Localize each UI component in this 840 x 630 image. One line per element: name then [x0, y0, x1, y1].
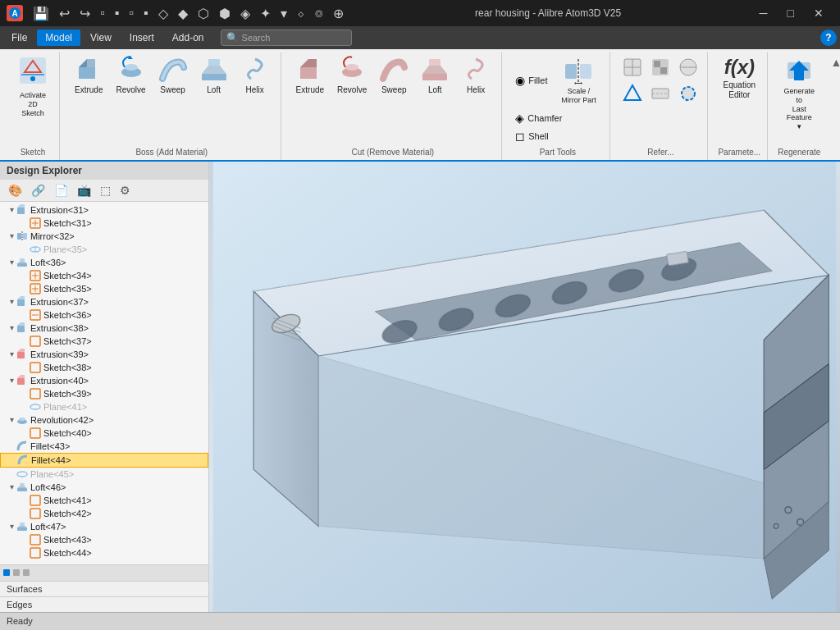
reference-btn1[interactable] — [620, 56, 645, 79]
generate-last-feature-button[interactable]: Generate toLast Feature ▼ — [778, 52, 820, 135]
tree-item-sketch37[interactable]: Sketch<37> — [0, 335, 208, 348]
tree-item-extrusion39[interactable]: ▾ Extrusion<39> — [0, 348, 208, 361]
de-view-icon[interactable]: 📺 — [74, 182, 94, 199]
toggle-extrusion31[interactable]: ▾ — [7, 205, 16, 214]
equation-editor-button[interactable]: f(x) EquationEditor — [719, 52, 760, 103]
menu-model[interactable]: Model — [37, 30, 80, 46]
toggle-extrusion40[interactable]: ▾ — [7, 376, 16, 385]
tb-icon7[interactable]: ⬡ — [194, 4, 212, 23]
tb-icon2[interactable]: ▪ — [112, 4, 123, 22]
cut-revolve-button[interactable]: Revolve — [332, 52, 372, 98]
close-button[interactable]: ✕ — [804, 3, 833, 23]
tree-item-plane45[interactable]: Plane<45> — [0, 468, 208, 481]
toggle-extrusion39[interactable]: ▾ — [7, 349, 16, 358]
help-button[interactable]: ? — [820, 30, 837, 46]
activate-2d-sketch-button[interactable]: Activate2D Sketch — [13, 52, 52, 121]
tree-item-fillet43[interactable]: Fillet<43> — [0, 440, 208, 453]
menu-file[interactable]: File — [3, 30, 35, 46]
tree-item-loft46[interactable]: ▾ Loft<46> — [0, 481, 208, 494]
tb-icon10[interactable]: ✦ — [257, 4, 274, 23]
tree-item-sketch39[interactable]: Sketch<39> — [0, 387, 208, 400]
reference-btn3[interactable] — [676, 56, 701, 79]
reference-btn5[interactable] — [648, 82, 673, 105]
menu-insert[interactable]: Insert — [121, 30, 162, 46]
tree-item-sketch35[interactable]: Sketch<35> — [0, 282, 208, 295]
toggle-extrusion38[interactable]: ▾ — [7, 323, 16, 332]
cut-sweep-button[interactable]: Sweep — [375, 52, 413, 98]
boss-loft-button[interactable]: Loft — [195, 52, 233, 98]
tb-icon3[interactable]: ▫ — [126, 4, 137, 22]
toggle-mirror32[interactable]: ▾ — [7, 231, 16, 240]
tb-dropdown[interactable]: ▾ — [277, 4, 290, 23]
de-copy-icon[interactable]: 📄 — [51, 182, 71, 199]
tree-item-sketch42[interactable]: Sketch<42> — [0, 507, 208, 520]
edges-item[interactable]: Edges — [0, 596, 208, 612]
boss-sweep-button[interactable]: Sweep — [154, 52, 192, 98]
tb-icon8[interactable]: ⬢ — [216, 4, 234, 23]
cut-extrude-button[interactable]: Extrude — [291, 52, 329, 98]
tb-icon5[interactable]: ◇ — [155, 4, 171, 23]
shell-button[interactable]: ◻ Shell — [512, 128, 551, 144]
reference-btn2[interactable] — [648, 56, 673, 79]
save-icon[interactable]: 💾 — [30, 4, 52, 23]
chamfer-button[interactable]: ◈ Chamfer — [512, 110, 565, 126]
tb-icon13[interactable]: ⊕ — [330, 4, 347, 23]
tree-item-sketch44[interactable]: Sketch<44> — [0, 546, 208, 559]
redo-icon[interactable]: ↪ — [76, 4, 94, 23]
menu-addon[interactable]: Add-on — [164, 30, 212, 46]
minimize-button[interactable]: ─ — [750, 3, 778, 23]
tb-icon12[interactable]: ⌾ — [312, 4, 326, 22]
tree-item-extrusion38[interactable]: ▾ Extrusion<38> — [0, 322, 208, 335]
tree-item-plane35[interactable]: Plane<35> — [0, 243, 208, 256]
fillet-button[interactable]: ◉ Fillet — [512, 72, 550, 89]
tree-item-extrusion37[interactable]: ▾ Extrusion<37> — [0, 295, 208, 308]
tree-item-sketch43[interactable]: Sketch<43> — [0, 533, 208, 546]
boss-revolve-button[interactable]: Revolve — [111, 52, 150, 98]
tree-item-revolution42[interactable]: ▾ Revolution<42> — [0, 413, 208, 427]
tree-item-sketch38[interactable]: Sketch<38> — [0, 361, 208, 374]
de-color-icon[interactable]: 🎨 — [5, 182, 25, 199]
tree-item-loft47[interactable]: ▾ Loft<47> — [0, 520, 208, 533]
tree-item-fillet44[interactable]: Fillet<44> — [0, 453, 208, 468]
tree-item-loft36[interactable]: ▾ Loft<36> — [0, 256, 208, 269]
toggle-extrusion37[interactable]: ▾ — [7, 297, 16, 306]
tree-item-extrusion31[interactable]: ▾ Extrusion<31> — [0, 203, 208, 217]
surfaces-item[interactable]: Surfaces — [0, 581, 208, 596]
maximize-button[interactable]: □ — [778, 3, 804, 23]
undo-icon[interactable]: ↩ — [56, 4, 73, 23]
cut-helix-button[interactable]: Helix — [457, 52, 495, 98]
cut-loft-button[interactable]: Loft — [416, 52, 454, 98]
reference-btn6[interactable] — [676, 82, 701, 105]
tree-item-sketch34[interactable]: Sketch<34> — [0, 269, 208, 282]
tb-icon11[interactable]: ⬦ — [294, 4, 308, 22]
menu-view[interactable]: View — [82, 30, 120, 46]
tree-item-sketch36[interactable]: Sketch<36> — [0, 308, 208, 322]
tree-item-sketch31[interactable]: Sketch<31> — [0, 217, 208, 230]
tb-icon6[interactable]: ◆ — [175, 4, 191, 23]
de-layout-icon[interactable]: ⬚ — [97, 182, 114, 199]
viewport[interactable] — [209, 162, 840, 612]
search-box[interactable]: 🔍 — [221, 30, 352, 46]
scale-mirror-button[interactable]: ⟷ Scale / Mirror Part — [554, 52, 603, 108]
tree-item-mirror32[interactable]: ▾ Mirror<32> — [0, 230, 208, 243]
search-input[interactable] — [242, 33, 340, 43]
tree-item-sketch41[interactable]: Sketch<41> — [0, 494, 208, 507]
tb-icon9[interactable]: ◈ — [237, 4, 253, 23]
toggle-loft36[interactable]: ▾ — [7, 258, 16, 267]
tree-item-extrusion40[interactable]: ▾ Extrusion<40> — [0, 374, 208, 387]
slide-handle[interactable] — [3, 569, 10, 576]
boss-helix-button[interactable]: Helix — [236, 52, 274, 98]
tree-item-plane41[interactable]: Plane<41> — [0, 400, 208, 413]
toggle-loft46[interactable]: ▾ — [7, 482, 16, 491]
tb-icon1[interactable]: ▫ — [97, 4, 108, 22]
tb-icon4[interactable]: ▪ — [140, 4, 152, 22]
de-link-icon[interactable]: 🔗 — [28, 182, 48, 199]
de-settings-icon[interactable]: ⚙ — [116, 182, 134, 199]
toggle-revolution42[interactable]: ▾ — [7, 415, 16, 424]
boss-extrude-button[interactable]: Extrude — [70, 52, 107, 98]
toggle-loft47[interactable]: ▾ — [7, 522, 16, 531]
reference-btn4[interactable] — [620, 82, 645, 105]
ribbon-collapse[interactable]: ▲ — [830, 52, 840, 160]
tree-item-sketch40[interactable]: Sketch<40> — [0, 427, 208, 440]
svg-point-78 — [17, 472, 27, 477]
